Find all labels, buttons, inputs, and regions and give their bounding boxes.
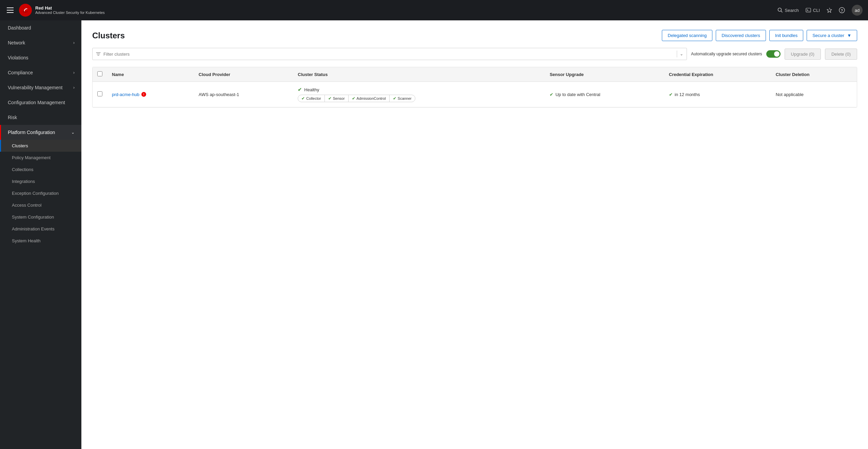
status-chip-collector: ✔ Collector xyxy=(298,95,324,102)
healthy-label: ✔ Healthy xyxy=(298,87,540,93)
sidebar: Dashboard Network › Violations Complianc… xyxy=(0,20,81,449)
header-cluster-deletion: Cluster Deletion xyxy=(771,67,857,82)
cluster-error-indicator: ! xyxy=(141,92,146,97)
delegated-scanning-button[interactable]: Delegated scanning xyxy=(662,30,712,41)
toggle-switch[interactable] xyxy=(766,50,781,58)
header-cluster-status: Cluster Status xyxy=(293,67,545,82)
sidebar-sub-item-policy-management[interactable]: Policy Management xyxy=(0,152,81,164)
cluster-name-link[interactable]: prd-acme-hub xyxy=(112,92,139,97)
filter-input[interactable] xyxy=(103,52,674,57)
clusters-table: Name Cloud Provider Cluster Status Senso… xyxy=(93,67,857,107)
table-row: prd-acme-hub ! AWS ap-southeast-1 ✔ Heal… xyxy=(93,82,857,107)
dropdown-arrow-icon: ▼ xyxy=(847,33,851,38)
star-icon xyxy=(827,7,832,13)
status-chips-row: ✔ Collector ✔ Sensor ✔ A xyxy=(298,95,415,102)
sidebar-item-platform-configuration[interactable]: Platform Configuration ⌄ xyxy=(0,125,81,140)
svg-text:?: ? xyxy=(841,8,843,13)
sidebar-item-vulnerability-management[interactable]: Vulnerability Management › xyxy=(0,80,81,95)
chip-check-icon: ✔ xyxy=(352,96,355,101)
page-header: Clusters Delegated scanning Discovered c… xyxy=(92,30,857,41)
row-cluster-deletion-cell: Not applicable xyxy=(771,82,857,107)
auto-upgrade-label: Automatically upgrade secured clusters xyxy=(691,52,762,56)
chip-label-admissioncontrol: AdmissionControl xyxy=(357,96,386,100)
cli-action[interactable]: CLI xyxy=(806,7,820,13)
sidebar-label-vulnerability-management: Vulnerability Management xyxy=(8,85,62,90)
avatar-initials: ad xyxy=(855,8,860,13)
user-avatar[interactable]: ad xyxy=(852,5,863,16)
chip-check-icon: ✔ xyxy=(393,96,396,101)
sidebar-item-dashboard[interactable]: Dashboard xyxy=(0,20,81,35)
discovered-clusters-button[interactable]: Discovered clusters xyxy=(716,30,766,41)
sidebar-item-violations[interactable]: Violations xyxy=(0,50,81,65)
filter-bar[interactable]: ⌄ xyxy=(92,48,687,60)
chip-label-scanner: Scanner xyxy=(398,96,412,100)
sidebar-sub-label-system-configuration: System Configuration xyxy=(12,214,54,220)
header-cloud-provider: Cloud Provider xyxy=(194,67,293,82)
filter-chevron-icon[interactable]: ⌄ xyxy=(680,52,683,56)
sidebar-sub-label-access-control: Access Control xyxy=(12,203,41,208)
row-credential-expiration-cell: ✔ in 12 months xyxy=(664,82,771,107)
sidebar-label-compliance: Compliance xyxy=(8,70,33,75)
sidebar-sub-label-clusters: Clusters xyxy=(12,143,28,148)
brand-top-line: Red Hat xyxy=(35,5,105,11)
row-checkbox-col xyxy=(93,82,107,107)
init-bundles-button[interactable]: Init bundles xyxy=(769,30,804,41)
sidebar-item-network[interactable]: Network › xyxy=(0,35,81,50)
top-navigation: Red Hat Advanced Cluster Security for Ku… xyxy=(0,0,868,20)
sidebar-sub-item-access-control[interactable]: Access Control xyxy=(0,199,81,211)
search-icon xyxy=(777,7,783,13)
brand-text: Red Hat Advanced Cluster Security for Ku… xyxy=(35,5,105,15)
search-label: Search xyxy=(785,8,799,13)
sidebar-item-compliance[interactable]: Compliance › xyxy=(0,65,81,80)
sidebar-sub-item-system-configuration[interactable]: System Configuration xyxy=(0,211,81,223)
sidebar-sub-item-exception-configuration[interactable]: Exception Configuration xyxy=(0,187,81,199)
filter-divider xyxy=(677,51,677,57)
cred-expiration-text: in 12 months xyxy=(675,92,700,97)
sidebar-sub-item-system-health[interactable]: System Health xyxy=(0,235,81,247)
upgrade-check-icon: ✔ xyxy=(550,92,553,97)
chip-check-icon: ✔ xyxy=(328,96,332,101)
header-credential-expiration: Credential Expiration xyxy=(664,67,771,82)
row-checkbox[interactable] xyxy=(97,91,102,96)
table-header-row: Name Cloud Provider Cluster Status Senso… xyxy=(93,67,857,82)
svg-rect-3 xyxy=(806,8,811,12)
sidebar-item-risk[interactable]: Risk xyxy=(0,110,81,125)
select-all-checkbox[interactable] xyxy=(97,71,102,76)
sidebar-sub-label-exception-configuration: Exception Configuration xyxy=(12,191,59,196)
toolbar: ⌄ Automatically upgrade secured clusters… xyxy=(92,48,857,60)
secure-cluster-button[interactable]: Secure a cluster ▼ xyxy=(807,30,857,41)
sidebar-sub-item-administration-events[interactable]: Administration Events xyxy=(0,223,81,235)
chip-label-sensor: Sensor xyxy=(333,96,345,100)
header-actions: Delegated scanning Discovered clusters I… xyxy=(662,30,857,41)
hamburger-menu[interactable] xyxy=(5,6,15,14)
cli-icon xyxy=(806,7,811,13)
sidebar-sub-item-collections[interactable]: Collections xyxy=(0,164,81,175)
help-action[interactable]: ? xyxy=(839,7,845,13)
row-name-cell: prd-acme-hub ! xyxy=(107,82,194,107)
page-title: Clusters xyxy=(92,31,125,40)
sidebar-sub-label-policy-management: Policy Management xyxy=(12,155,51,160)
chevron-down-icon: ⌄ xyxy=(71,130,75,135)
row-cluster-status-cell: ✔ Healthy ✔ Collector ✔ xyxy=(293,82,545,107)
sidebar-item-configuration-management[interactable]: Configuration Management xyxy=(0,95,81,110)
header-sensor-upgrade: Sensor Upgrade xyxy=(545,67,664,82)
search-action[interactable]: Search xyxy=(777,7,799,13)
sidebar-sub-label-collections: Collections xyxy=(12,167,34,172)
chip-label-collector: Collector xyxy=(306,96,321,100)
sidebar-sub-item-integrations[interactable]: Integrations xyxy=(0,175,81,187)
cred-check-icon: ✔ xyxy=(669,92,673,97)
sidebar-sub-item-clusters[interactable]: Clusters xyxy=(0,140,81,152)
auto-upgrade-toggle[interactable] xyxy=(766,50,781,58)
upgrade-text: Up to date with Central xyxy=(555,92,600,97)
secure-cluster-label: Secure a cluster xyxy=(812,33,844,38)
upgrade-status-group: ✔ Up to date with Central xyxy=(550,92,659,97)
cred-status-group: ✔ in 12 months xyxy=(669,92,766,97)
upgrade-button[interactable]: Upgrade (0) xyxy=(785,49,821,60)
status-chip-sensor: ✔ Sensor xyxy=(325,95,349,102)
delete-button[interactable]: Delete (0) xyxy=(825,49,857,60)
star-action[interactable] xyxy=(827,7,832,13)
sidebar-label-platform-configuration: Platform Configuration xyxy=(8,130,55,135)
sidebar-label-dashboard: Dashboard xyxy=(8,25,31,31)
header-name: Name xyxy=(107,67,194,82)
main-content: Clusters Delegated scanning Discovered c… xyxy=(81,20,868,449)
